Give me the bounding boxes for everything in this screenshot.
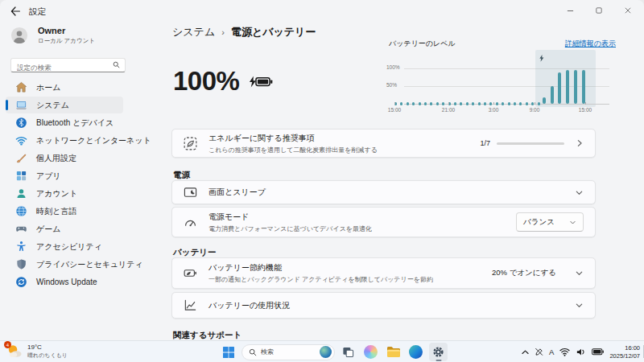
- related-support-label: 関連するサポート: [173, 330, 242, 340]
- clock[interactable]: 16:00 2025/12/07: [609, 344, 640, 360]
- breadcrumb: システム › 電源とバッテリー: [172, 25, 316, 39]
- apps-icon: [15, 170, 27, 182]
- sidebar-item-home[interactable]: ホーム: [6, 79, 123, 96]
- chart-point: [412, 102, 415, 105]
- show-details-link[interactable]: 詳細情報の表示: [565, 39, 616, 49]
- battery-saver-icon: [184, 266, 197, 280]
- speaker-icon[interactable]: [576, 348, 586, 356]
- personalization-icon: [15, 152, 27, 164]
- gear-icon: [432, 346, 444, 358]
- user-account[interactable]: Owner ローカル アカウント: [10, 26, 95, 45]
- settings-app-button[interactable]: [429, 343, 448, 361]
- chart-point: [424, 102, 427, 105]
- energy-progress-label: 1/7: [480, 139, 490, 147]
- breadcrumb-system[interactable]: システム: [172, 25, 215, 39]
- chart-point: [454, 102, 456, 105]
- chart-point: [442, 102, 444, 105]
- sidebar-item-system[interactable]: システム: [6, 97, 123, 113]
- power-mode-dropdown[interactable]: バランス: [516, 212, 584, 232]
- sidebar-item-bluetooth[interactable]: Bluetooth とデバイス: [6, 114, 123, 131]
- x-tick-label: 9:00: [530, 107, 540, 113]
- battery-charging-icon: [247, 75, 274, 88]
- taskbar-search[interactable]: 検索: [242, 344, 335, 360]
- x-tick-mark: [394, 102, 395, 105]
- chart-point: [400, 102, 402, 105]
- titlebar: 設定: [0, 0, 644, 23]
- battery-level-chart: バッテリーのレベル 詳細情報の表示 100% 50% 15:0021:003:0…: [386, 39, 616, 119]
- energy-recommendations-card[interactable]: エネルギーに関する推奨事項 これらの推奨事項を適用して二酸化炭素排出量を削減する…: [171, 129, 596, 158]
- bluetooth-icon: [15, 117, 27, 129]
- battery-saver-card[interactable]: バッテリー節約機能 一部の通知とバックグラウンド アクティビティを制限してバッテ…: [171, 257, 596, 289]
- sidebar-item-accessibility[interactable]: アクセシビリティ: [6, 238, 123, 255]
- settings-search[interactable]: [10, 58, 126, 72]
- x-tick-mark: [448, 102, 449, 105]
- back-button[interactable]: [10, 6, 21, 17]
- chevron-down-icon[interactable]: [575, 188, 584, 197]
- chart-point: [538, 102, 540, 105]
- battery-usage-card[interactable]: バッテリーの使用状況: [171, 292, 596, 319]
- power-mode-value: バランス: [523, 217, 555, 228]
- weather-widget[interactable]: 4 19°C 晴れのちくもり: [6, 343, 68, 360]
- wifi-icon[interactable]: [559, 348, 570, 356]
- chart-point: [566, 70, 569, 104]
- minimize-icon[interactable]: [565, 6, 575, 15]
- chart-point: [502, 102, 504, 105]
- power-mode-card[interactable]: 電源モード 電力消費とパフォーマンスに基づいてデバイスを最適化 バランス: [171, 207, 596, 237]
- sidebar-item-network[interactable]: ネットワークとインターネット: [6, 132, 123, 149]
- chart-title: バッテリーのレベル: [389, 39, 456, 49]
- x-tick-label: 21:00: [442, 107, 455, 113]
- screen-and-sleep-card[interactable]: 画面とスリープ: [171, 180, 596, 204]
- network-icon: [15, 134, 27, 146]
- tray-battery-icon[interactable]: [592, 348, 604, 355]
- x-tick-label: 15:00: [579, 107, 592, 113]
- file-explorer-button[interactable]: [384, 343, 402, 361]
- sidebar: Owner ローカル アカウント ホームシステムBluetooth とデバイスネ…: [0, 23, 166, 340]
- chart-point: [558, 72, 561, 104]
- chart-point: [436, 102, 439, 105]
- chevron-right-icon: [576, 139, 584, 147]
- sidebar-item-gaming[interactable]: ゲーム: [6, 220, 123, 237]
- battery-saver-subtitle: 一部の通知とバックグラウンド アクティビティを制限してバッテリーを節約: [208, 275, 481, 284]
- tray-time: 16:00: [609, 344, 640, 352]
- ime-mode-indicator[interactable]: A: [549, 348, 554, 356]
- screen-card-title: 画面とスリープ: [208, 187, 564, 198]
- desktop-screen: 設定 Owner ローカル アカウント: [0, 0, 644, 362]
- sidebar-item-apps[interactable]: アプリ: [6, 167, 123, 184]
- screen-sleep-icon: [184, 186, 197, 200]
- sidebar-item-privacy[interactable]: プライバシーとセキュリティ: [6, 256, 123, 273]
- pen-disabled-icon[interactable]: [535, 348, 543, 356]
- energy-progress-bar: [497, 142, 564, 145]
- edge-button[interactable]: [407, 343, 425, 361]
- task-view-button[interactable]: [339, 343, 357, 361]
- close-icon[interactable]: [623, 6, 633, 15]
- settings-search-input[interactable]: [11, 62, 109, 73]
- energy-card-subtitle: これらの推奨事項を適用して二酸化炭素排出量を削減する: [208, 146, 469, 154]
- sidebar-nav: ホームシステムBluetooth とデバイスネットワークとインターネット個人用設…: [0, 78, 166, 291]
- maximize-icon[interactable]: [594, 6, 604, 15]
- privacy-icon: [15, 258, 27, 270]
- chevron-down-icon[interactable]: [575, 301, 584, 310]
- chevron-down-icon[interactable]: [575, 269, 584, 278]
- page-title: 電源とバッテリー: [231, 25, 316, 39]
- chart-point: [484, 102, 486, 105]
- sun-cloud-icon: 4: [6, 343, 23, 360]
- x-tick-label: 15:00: [388, 107, 401, 113]
- chart-point: [582, 70, 585, 104]
- power-mode-title: 電源モード: [208, 212, 505, 223]
- sidebar-item-time-language[interactable]: 時刻と言語: [6, 203, 123, 220]
- chart-point: [419, 102, 421, 105]
- sidebar-item-personalization[interactable]: 個人用設定: [6, 150, 123, 167]
- sidebar-item-windows-update[interactable]: Windows Update: [6, 274, 123, 290]
- battery-usage-title: バッテリーの使用状況: [208, 300, 564, 311]
- avatar: [10, 27, 28, 44]
- bing-daily-image: [320, 346, 332, 358]
- start-button[interactable]: [219, 343, 237, 361]
- battery-hero: 100%: [173, 66, 274, 97]
- chart-point: [496, 102, 498, 105]
- chart-point: [551, 86, 554, 104]
- copilot-button[interactable]: [361, 343, 380, 361]
- tray-chevron-up-icon[interactable]: [522, 350, 529, 354]
- accessibility-icon: [15, 241, 27, 253]
- search-icon: [249, 348, 257, 356]
- sidebar-item-accounts[interactable]: アカウント: [6, 185, 123, 202]
